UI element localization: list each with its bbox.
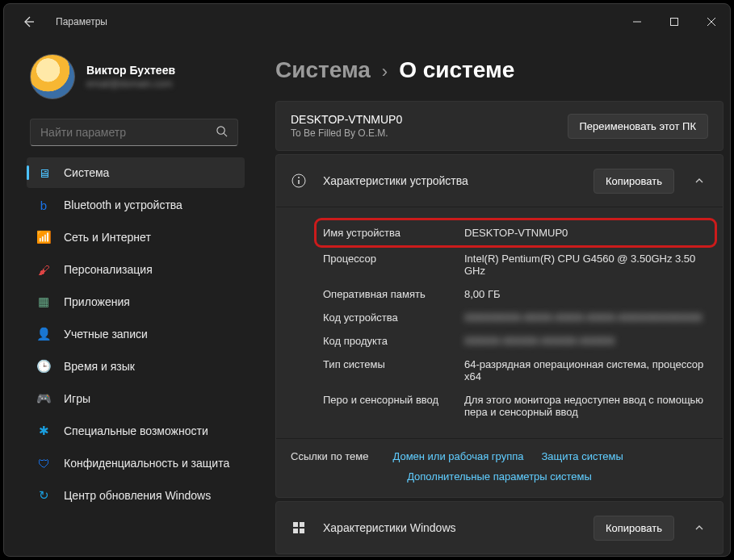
maximize-button[interactable] [656, 4, 693, 40]
device-name-card: DESKTOP-VTNMUP0 To Be Filled By O.E.M. П… [275, 101, 724, 151]
device-specs-title: Характеристики устройства [323, 174, 577, 187]
accessibility-icon: ✱ [36, 424, 51, 438]
svg-rect-11 [293, 529, 298, 533]
breadcrumb-parent[interactable]: Система [275, 57, 371, 83]
sidebar-item-label: Сеть и Интернет [64, 231, 151, 244]
link-protection[interactable]: Защита системы [541, 450, 623, 462]
spec-value: DESKTOP-VTNMUP0 [464, 227, 708, 239]
sidebar-item-label: Приложения [64, 295, 130, 308]
windows-specs-card: Характеристики Windows Копировать [275, 501, 724, 554]
sidebar-item-network[interactable]: 📶Сеть и Интернет [27, 222, 245, 253]
personalization-icon: 🖌 [36, 262, 51, 277]
spec-row: Имя устройстваDESKTOP-VTNMUP0 [317, 220, 715, 245]
user-email: email@domain.com [86, 78, 175, 90]
sidebar-item-label: Учетные записи [64, 328, 148, 341]
spec-row: Перо и сенсорный вводДля этого монитора … [323, 388, 708, 424]
spec-value: Intel(R) Pentium(R) CPU G4560 @ 3.50GHz … [464, 253, 708, 277]
related-links-label: Ссылки по теме [291, 450, 368, 462]
sidebar-item-update[interactable]: ↻Центр обновления Windows [27, 480, 245, 511]
sidebar-item-label: Персонализация [64, 263, 153, 276]
chevron-up-icon[interactable] [690, 176, 708, 186]
sidebar-item-accounts[interactable]: 👤Учетные записи [27, 319, 245, 349]
device-specs-panel: Имя устройстваDESKTOP-VTNMUP0ПроцессорIn… [276, 207, 723, 438]
sidebar-item-label: Bluetooth и устройства [64, 199, 182, 211]
device-specs-card: Характеристики устройства Копировать Имя… [275, 154, 724, 498]
sidebar-item-label: Центр обновления Windows [64, 489, 211, 502]
spec-key: Код устройства [323, 311, 464, 324]
main-content: Система › О системе DESKTOP-VTNMUP0 To B… [254, 40, 730, 556]
svg-point-4 [217, 126, 224, 133]
svg-rect-12 [300, 529, 304, 533]
titlebar: Параметры [4, 4, 730, 40]
sidebar-item-label: Система [64, 166, 109, 179]
apps-icon: ▦ [36, 295, 51, 309]
sidebar-item-time[interactable]: 🕒Время и язык [27, 351, 245, 382]
settings-window: Параметры Виктор Бухтеев email@domain.co… [3, 3, 731, 557]
spec-value: Для этого монитора недоступен ввод с пом… [464, 394, 708, 418]
sidebar-item-apps[interactable]: ▦Приложения [27, 286, 245, 317]
avatar [30, 54, 75, 99]
spec-row: Код продуктаXXXXX-XXXXX-XXXXX-XXXXX [323, 329, 708, 353]
search-box[interactable] [30, 119, 238, 146]
breadcrumb: Система › О системе [275, 40, 724, 101]
minimize-button[interactable] [619, 4, 656, 40]
nav-list: 🖥СистемаbBluetooth и устройства📶Сеть и И… [12, 157, 250, 511]
breadcrumb-current: О системе [399, 57, 514, 83]
gaming-icon: 🎮 [36, 391, 51, 406]
spec-row: Тип системы64-разрядная операционная сис… [323, 353, 708, 388]
spec-value: 64-разрядная операционная система, проце… [464, 358, 708, 382]
sidebar-item-personalization[interactable]: 🖌Персонализация [27, 254, 245, 285]
svg-line-5 [224, 133, 227, 136]
user-name: Виктор Бухтеев [86, 64, 175, 77]
time-icon: 🕒 [36, 359, 51, 374]
spec-value: XXXXX-XXXXX-XXXXX-XXXXX [464, 335, 708, 347]
svg-rect-9 [293, 522, 298, 527]
spec-value: XXXXXXXX-XXXX-XXXX-XXXX-XXXXXXXXXXXX [464, 311, 708, 324]
system-icon: 🖥 [36, 165, 51, 180]
svg-point-8 [298, 177, 300, 178]
windows-specs-title: Характеристики Windows [323, 521, 577, 534]
sidebar-item-label: Время и язык [64, 360, 135, 373]
spec-row: Оперативная память8,00 ГБ [323, 282, 708, 306]
device-specs-header[interactable]: Характеристики устройства Копировать [276, 155, 723, 207]
info-icon [291, 173, 307, 188]
chevron-up-icon[interactable] [690, 523, 708, 533]
sidebar-item-label: Игры [64, 392, 90, 405]
copy-specs-button[interactable]: Копировать [593, 169, 674, 194]
spec-key: Оперативная память [323, 288, 464, 300]
sidebar-item-bluetooth[interactable]: bBluetooth и устройства [27, 190, 245, 220]
sidebar: Виктор Бухтеев email@domain.com 🖥Система… [4, 40, 254, 556]
sidebar-item-gaming[interactable]: 🎮Игры [27, 383, 245, 414]
device-oem: To Be Filled By O.E.M. [291, 127, 553, 139]
svg-rect-10 [300, 522, 304, 527]
link-advanced[interactable]: Дополнительные параметры системы [407, 470, 592, 483]
sidebar-item-label: Конфиденциальность и защита [64, 457, 229, 470]
spec-key: Перо и сенсорный ввод [323, 394, 464, 406]
network-icon: 📶 [36, 230, 51, 244]
chevron-right-icon: › [382, 61, 388, 82]
spec-key: Код продукта [323, 335, 464, 347]
windows-specs-header[interactable]: Характеристики Windows Копировать [276, 502, 723, 554]
user-block[interactable]: Виктор Бухтеев email@domain.com [12, 48, 250, 112]
link-domain[interactable]: Домен или рабочая группа [392, 450, 523, 462]
windows-icon [291, 521, 307, 534]
device-name: DESKTOP-VTNMUP0 [291, 113, 553, 126]
sidebar-item-privacy[interactable]: 🛡Конфиденциальность и защита [27, 448, 245, 479]
spec-key: Тип системы [323, 358, 464, 370]
bluetooth-icon: b [36, 198, 51, 212]
spec-row: Код устройстваXXXXXXXX-XXXX-XXXX-XXXX-XX… [323, 306, 708, 329]
privacy-icon: 🛡 [36, 456, 51, 470]
window-title: Параметры [56, 16, 107, 27]
sidebar-item-system[interactable]: 🖥Система [27, 157, 245, 188]
copy-winspecs-button[interactable]: Копировать [593, 516, 674, 541]
search-input[interactable] [40, 126, 216, 139]
sidebar-item-label: Специальные возможности [64, 424, 208, 437]
back-button[interactable] [15, 9, 41, 35]
close-button[interactable] [693, 4, 730, 40]
svg-rect-1 [671, 19, 678, 26]
spec-row: ПроцессорIntel(R) Pentium(R) CPU G4560 @… [323, 247, 708, 282]
accounts-icon: 👤 [36, 327, 51, 341]
rename-pc-button[interactable]: Переименовать этот ПК [568, 114, 709, 139]
sidebar-item-accessibility[interactable]: ✱Специальные возможности [27, 416, 245, 446]
search-icon [216, 125, 228, 140]
